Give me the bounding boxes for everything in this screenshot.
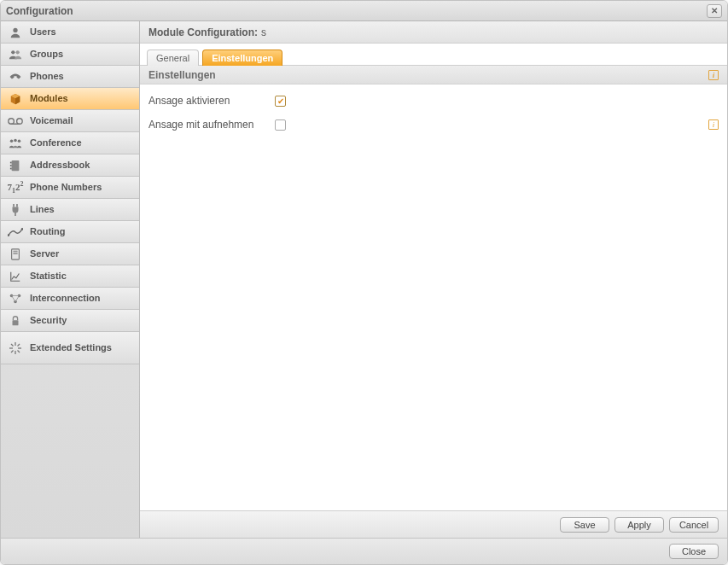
section-title: Einstellungen [149,69,216,81]
svg-point-3 [9,118,15,124]
titlebar: Configuration ✕ [1,1,727,21]
tab-einstellungen[interactable]: Einstellungen [202,50,282,66]
content-header: Module Configuration: s [140,21,727,44]
svg-rect-13 [13,204,14,207]
sidebar-item-label: Extended Settings [30,342,112,353]
svg-line-30 [18,350,20,352]
sidebar-item-modules[interactable]: Modules [1,88,139,110]
field-label: Ansage aktivieren [149,95,268,107]
sidebar-item-label: Security [30,315,67,326]
info-icon[interactable]: i [708,119,719,130]
svg-rect-9 [12,160,20,170]
sidebar-item-label: Voicemail [30,115,73,126]
phone-icon [8,70,23,84]
content-header-label: Module Configuration: [149,26,258,38]
cancel-button[interactable]: Cancel [669,517,719,533]
svg-line-32 [18,344,20,347]
sidebar-item-label: Phones [30,71,64,82]
svg-point-7 [14,138,17,142]
svg-point-1 [11,50,15,54]
sidebar-item-voicemail[interactable]: Voicemail [1,110,139,132]
sidebar-item-label: Server [30,248,59,259]
svg-rect-14 [16,204,17,207]
sidebar-item-interconnection[interactable]: Interconnection [1,288,139,310]
sidebar-item-addressbook[interactable]: Addressbook [1,154,139,177]
checkbox-ansage-mit-aufnehmen[interactable]: ✔ [275,119,286,131]
content-footer: Save Apply Cancel [140,510,727,538]
sidebar-item-label: Addressbook [30,160,90,171]
sidebar-item-groups[interactable]: Groups [1,44,139,66]
sidebar-item-label: Routing [30,226,66,237]
svg-line-31 [11,350,14,352]
svg-rect-15 [15,212,16,215]
sidebar-item-label: Statistic [30,271,67,282]
sidebar-item-label: Groups [30,49,63,60]
plug-icon [8,203,23,217]
section-body: Ansage aktivieren ✔ Ansage mit aufnehmen… [140,84,727,510]
security-icon [8,314,23,328]
extended-icon [8,341,23,355]
window-title: Configuration [6,5,707,17]
voicemail-icon [8,114,23,128]
close-icon: ✕ [711,6,718,15]
sidebar-item-lines[interactable]: Lines [1,199,139,221]
svg-point-8 [18,139,21,143]
window-close-button[interactable]: ✕ [707,4,722,18]
sidebar-item-conference[interactable]: Conference [1,132,139,154]
tab-bar: General Einstellungen [140,44,727,66]
field-ansage-mit-aufnehmen: Ansage mit aufnehmen ✔ i [149,119,719,131]
close-button[interactable]: Close [669,544,719,559]
sidebar-item-server[interactable]: Server [1,243,139,265]
users-icon [8,48,23,61]
statistic-icon [8,270,23,283]
configuration-window: Configuration ✕ Users Groups Phones [0,0,728,565]
sidebar-item-extended-settings[interactable]: Extended Settings [1,332,139,364]
svg-point-2 [16,50,20,54]
info-icon[interactable]: i [708,70,719,80]
sidebar-item-users[interactable]: Users [1,21,139,44]
sidebar-item-label: Modules [30,93,68,104]
tab-label: General [156,53,189,63]
svg-point-4 [17,118,23,124]
sidebar-item-label: Users [30,26,56,38]
apply-button[interactable]: Apply [614,517,664,533]
sidebar-item-phones[interactable]: Phones [1,66,139,88]
svg-point-0 [13,27,17,32]
numbers-icon: 7122 [8,181,23,195]
svg-rect-19 [13,250,17,252]
sidebar-item-label: Interconnection [30,293,101,304]
svg-point-6 [10,139,14,143]
section-header: Einstellungen i [140,66,727,84]
sidebar-item-label: Phone Numbers [30,182,102,193]
svg-rect-10 [10,161,12,163]
sidebar: Users Groups Phones Modules Voicemail [1,21,140,538]
sidebar-item-security[interactable]: Security [1,310,139,332]
user-icon [8,26,23,39]
conference-icon [8,137,23,150]
content-pane: Module Configuration: s General Einstell… [140,21,727,538]
save-button[interactable]: Save [560,517,609,533]
svg-rect-12 [10,167,12,169]
routing-icon [8,225,23,239]
svg-rect-11 [10,165,12,166]
sidebar-item-label: Lines [30,204,55,215]
tab-general[interactable]: General [147,50,199,66]
field-label: Ansage mit aufnehmen [149,119,268,131]
svg-rect-20 [13,253,17,254]
sidebar-item-label: Conference [30,137,82,149]
checkbox-ansage-aktivieren[interactable]: ✔ [275,96,286,107]
window-footer: Close [1,539,727,564]
sidebar-item-phone-numbers[interactable]: 7122 Phone Numbers [1,177,139,199]
addressbook-icon [8,159,23,172]
svg-rect-24 [13,320,19,325]
sidebar-item-routing[interactable]: Routing [1,221,139,243]
field-ansage-aktivieren: Ansage aktivieren ✔ [149,95,719,107]
svg-line-29 [11,344,14,347]
interconnection-icon [8,292,23,306]
server-icon [8,248,23,261]
content-header-value: s [261,26,266,38]
tab-label: Einstellungen [212,53,273,63]
cube-icon [8,92,23,106]
sidebar-item-statistic[interactable]: Statistic [1,265,139,288]
